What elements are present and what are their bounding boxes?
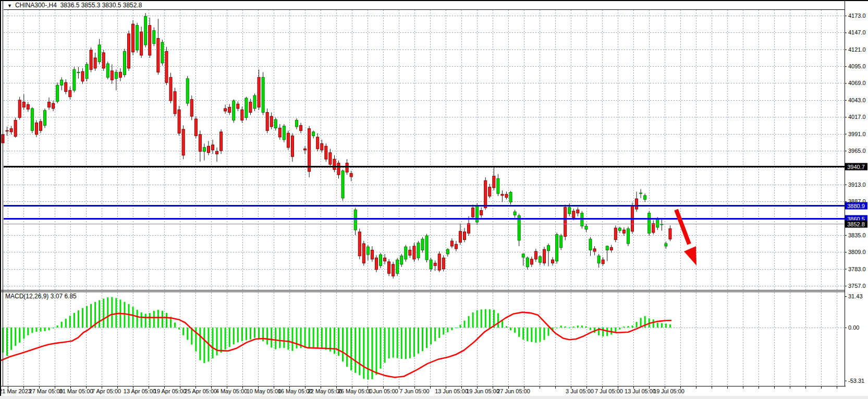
candle: [640, 193, 642, 194]
time-tick-label: 7 Jun 05:00: [399, 388, 430, 394]
candle: [627, 228, 629, 244]
candle: [44, 111, 46, 126]
time-tick-label: 27 Mar 05:00: [29, 388, 63, 394]
chart-window: 3940.73880.93860.53852.84173.04147.04121…: [0, 0, 868, 399]
candle: [106, 64, 109, 77]
candle: [27, 105, 29, 110]
price-tick-label: 4017.0: [848, 114, 866, 120]
candle: [31, 108, 33, 130]
candle: [341, 171, 344, 198]
candle: [266, 113, 268, 131]
candle: [652, 223, 655, 232]
candle: [6, 130, 8, 131]
candle: [224, 108, 227, 111]
symbol-menu-icon[interactable]: ▼: [7, 3, 12, 8]
macd-tick-label: 31.43: [848, 293, 863, 299]
candle: [421, 239, 424, 250]
time-tick-label: 19 Jun 05:00: [466, 388, 499, 394]
candle: [606, 246, 608, 250]
candle: [635, 199, 638, 209]
candle: [392, 264, 395, 276]
candle: [556, 235, 558, 261]
candle: [501, 194, 504, 195]
candle: [169, 77, 172, 101]
candle: [480, 211, 483, 215]
candle: [237, 104, 239, 108]
candle: [484, 180, 487, 208]
candle: [65, 82, 67, 91]
candle: [278, 128, 281, 137]
candle: [94, 58, 96, 68]
candle: [321, 143, 323, 150]
macd-indicator-values: 3.07 6.85: [51, 293, 77, 300]
candle: [459, 231, 461, 242]
candle: [530, 259, 533, 264]
candle: [560, 236, 563, 247]
candle: [182, 129, 185, 155]
price-tick-label: 4147.0: [848, 29, 866, 35]
candle: [463, 232, 466, 240]
candle: [73, 69, 76, 90]
candle: [241, 110, 243, 120]
candle: [10, 129, 13, 132]
candle: [233, 101, 235, 120]
candle: [119, 72, 121, 77]
candle: [656, 219, 659, 227]
candle: [568, 207, 571, 213]
candle: [304, 149, 307, 150]
candle: [455, 244, 457, 249]
candle: [388, 262, 390, 273]
symbol-period-label: CHINA300-,H4: [15, 2, 57, 9]
candle: [526, 258, 529, 267]
candle: [371, 250, 373, 259]
candle: [539, 257, 541, 262]
candle: [380, 255, 382, 265]
candle: [35, 123, 38, 134]
time-tick-label: 21 Mar 2023: [0, 388, 31, 394]
candle: [48, 102, 51, 107]
candle: [346, 163, 348, 172]
candle: [405, 247, 407, 259]
candle: [123, 51, 126, 75]
chart-canvas[interactable]: 3940.73880.93860.53852.84173.04147.04121…: [0, 0, 868, 399]
candle: [102, 53, 105, 68]
candle: [85, 64, 88, 78]
candle: [161, 42, 164, 63]
candle: [396, 260, 399, 273]
price-tick-label: 4121.0: [848, 46, 866, 53]
candle: [149, 26, 151, 55]
time-tick-label: 27 Jun 05:00: [497, 388, 530, 394]
candle: [144, 16, 147, 45]
macd-tick-label: -53.31: [848, 378, 864, 384]
candle: [115, 72, 117, 78]
candle: [157, 39, 160, 72]
price-badge-label: 3852.8: [847, 221, 865, 227]
candle: [136, 26, 139, 50]
candle: [249, 102, 252, 113]
time-tick-label: 7 Apr 05:00: [92, 388, 121, 394]
time-tick-label: 26 May 05:00: [338, 388, 373, 394]
candle: [476, 205, 479, 222]
candle: [425, 236, 428, 260]
candle: [296, 120, 298, 126]
candle: [308, 129, 311, 172]
price-tick-label: 3991.0: [848, 131, 866, 137]
time-tick-label: 19 Apr 05:00: [154, 388, 186, 394]
candle: [602, 260, 604, 263]
candle: [220, 132, 223, 151]
price-tick-label: 4043.0: [848, 97, 866, 103]
candle: [409, 250, 411, 255]
candle: [228, 107, 231, 113]
candle: [14, 120, 17, 136]
candle: [140, 32, 143, 55]
candle: [77, 72, 80, 72]
candle: [52, 103, 55, 108]
price-badge-label: 3940.7: [847, 164, 865, 170]
candle: [174, 92, 176, 114]
candle: [362, 244, 365, 263]
candle: [358, 232, 361, 256]
candle: [333, 159, 336, 170]
candle: [442, 258, 445, 269]
candle: [522, 254, 524, 257]
candle: [665, 244, 667, 246]
